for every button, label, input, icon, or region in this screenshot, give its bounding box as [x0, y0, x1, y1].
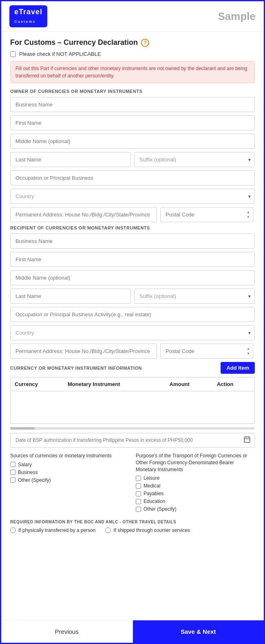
app-logo: eTravelCustoms	[9, 5, 47, 27]
recipient-business-name-input[interactable]	[10, 234, 255, 249]
recipient-country-select[interactable]: Country	[10, 325, 255, 340]
purpose-leisure: Leisure	[136, 475, 255, 481]
owner-last-name-col	[10, 152, 131, 167]
owner-country-wrapper: Country ▾	[10, 189, 255, 204]
currency-section-header: CURRENCY OR MONETARY INSTRUMENT INFORMAT…	[10, 362, 255, 374]
owner-postal-up-btn[interactable]: ▲	[246, 210, 251, 214]
recipient-postal-up-btn[interactable]: ▲	[246, 347, 251, 351]
owner-postal-input[interactable]	[160, 207, 253, 222]
not-applicable-row: Please check if NOT APPLICABLE	[10, 51, 255, 57]
owner-postal-col: ▲ ▼	[160, 207, 253, 222]
travel-details-radio-row: If physically transferred by a person If…	[10, 527, 255, 533]
recipient-last-name-col	[10, 289, 131, 304]
owner-address-input[interactable]	[10, 207, 157, 222]
purpose-other-checkbox[interactable]	[136, 507, 141, 512]
purpose-other-label: Other (Specify)	[144, 506, 177, 512]
sources-label: Sources of currencies or monetary instru…	[10, 452, 129, 459]
recipient-address-postal-row: ▲ ▼	[10, 344, 255, 359]
col-amount: Amount	[166, 377, 213, 391]
owner-postal-spinner: ▲ ▼	[246, 210, 251, 219]
col-monetary-instrument: Monetary Instrument	[64, 377, 166, 391]
purpose-medical-checkbox[interactable]	[136, 483, 141, 489]
recipient-country-wrapper: Country ▾	[10, 325, 255, 340]
source-salary-checkbox[interactable]	[10, 462, 15, 467]
shipped-label: If shipped through courrier services	[113, 527, 190, 533]
recipient-section-label: RECIPIENT OF CURRENCIES OR MONETARY INST…	[10, 225, 255, 230]
owner-business-name-input[interactable]	[10, 97, 255, 112]
source-business: Business	[10, 470, 129, 475]
purpose-medical: Medical	[136, 483, 255, 489]
recipient-suffix-select[interactable]: Suffix (optional)	[134, 289, 255, 304]
owner-occupation-group	[10, 170, 255, 185]
bsp-date-input[interactable]	[10, 433, 255, 448]
owner-occupation-input[interactable]	[10, 170, 255, 185]
required-section-label: REQUIRED INFORMATION BY THE BOC AND AMLC…	[10, 520, 255, 524]
recipient-postal-col: ▲ ▼	[160, 344, 253, 359]
purpose-payables-checkbox[interactable]	[136, 491, 141, 496]
not-applicable-checkbox[interactable]	[10, 51, 16, 57]
sources-column: Sources of currencies or monetary instru…	[10, 452, 129, 514]
owner-country-group: Country ▾	[10, 189, 255, 204]
add-item-button[interactable]: Add Item	[221, 362, 255, 374]
table-scrollbar[interactable]	[10, 427, 255, 430]
alert-box: Fill out this Part if currencies and oth…	[10, 61, 255, 83]
recipient-suffix-col: Suffix (optional) ▾	[134, 289, 255, 304]
sources-purposes-section: Sources of currencies or monetary instru…	[10, 452, 255, 514]
currency-section-label: CURRENCY OR MONETARY INSTRUMENT INFORMAT…	[10, 366, 142, 371]
owner-suffix-col: Suffix (optional) ▾	[134, 152, 255, 167]
recipient-postal-down-btn[interactable]: ▼	[246, 352, 251, 356]
recipient-country-group: Country ▾	[10, 325, 255, 340]
recipient-occupation-group	[10, 307, 255, 322]
purpose-other: Other (Specify)	[136, 506, 255, 512]
source-business-checkbox[interactable]	[10, 470, 15, 475]
recipient-address-input[interactable]	[10, 344, 157, 359]
owner-postal-wrapper: ▲ ▼	[160, 207, 253, 222]
footer-nav: Previous Save & Next	[1, 620, 264, 643]
purpose-education-checkbox[interactable]	[136, 499, 141, 504]
save-next-button[interactable]: Save & Next	[133, 620, 264, 643]
owner-section-label: OWNER OF CURRENCIES OR MONETARY INSTRUME…	[10, 89, 255, 94]
owner-country-select[interactable]: Country	[10, 189, 255, 204]
table-scrollbar-thumb	[10, 427, 35, 430]
previous-button[interactable]: Previous	[1, 620, 133, 643]
purpose-payables-label: Payables	[144, 491, 163, 496]
owner-suffix-select[interactable]: Suffix (optional)	[134, 152, 255, 167]
recipient-first-name-input[interactable]	[10, 252, 255, 267]
source-business-label: Business	[18, 470, 38, 475]
recipient-last-name-input[interactable]	[10, 289, 131, 304]
purpose-payables: Payables	[136, 491, 255, 496]
purposes-column: Purpose's of the Transport of Foreign Cu…	[136, 452, 255, 514]
radio-physical-transfer: If physically transferred by a person	[10, 527, 95, 533]
recipient-address-col	[10, 344, 157, 359]
recipient-postal-input[interactable]	[160, 344, 253, 359]
help-icon[interactable]: ?	[141, 39, 149, 47]
recipient-middle-name-input[interactable]	[10, 270, 255, 285]
source-other-label: Other (Specify)	[18, 477, 51, 483]
radio-shipped: If shipped through courrier services	[105, 527, 190, 533]
owner-postal-down-btn[interactable]: ▼	[246, 215, 251, 219]
recipient-middle-name-group	[10, 270, 255, 285]
owner-address-postal-row: ▲ ▼	[10, 207, 255, 222]
owner-last-name-input[interactable]	[10, 152, 131, 167]
owner-name-suffix-row: Suffix (optional) ▾	[10, 152, 255, 167]
owner-first-name-input[interactable]	[10, 115, 255, 130]
physical-transfer-label: If physically transferred by a person	[18, 527, 95, 533]
purpose-education-label: Education	[144, 498, 165, 504]
purpose-leisure-checkbox[interactable]	[136, 476, 141, 481]
recipient-occupation-input[interactable]	[10, 307, 255, 322]
owner-middle-name-group	[10, 134, 255, 149]
col-action: Action	[213, 377, 255, 391]
currency-table: Currency Monetary Instrument Amount Acti…	[10, 377, 255, 424]
owner-middle-name-input[interactable]	[10, 134, 255, 149]
source-other-checkbox[interactable]	[10, 477, 15, 483]
source-other: Other (Specify)	[10, 477, 129, 483]
purposes-label: Purpose's of the Transport of Foreign Cu…	[136, 452, 255, 473]
recipient-first-name-group	[10, 252, 255, 267]
physical-transfer-radio[interactable]	[10, 527, 16, 533]
recipient-postal-wrapper: ▲ ▼	[160, 344, 253, 359]
recipient-suffix-wrapper: Suffix (optional) ▾	[134, 289, 255, 304]
purpose-education: Education	[136, 498, 255, 504]
purpose-leisure-label: Leisure	[144, 475, 159, 481]
shipped-radio[interactable]	[105, 527, 111, 533]
col-currency: Currency	[11, 377, 64, 391]
